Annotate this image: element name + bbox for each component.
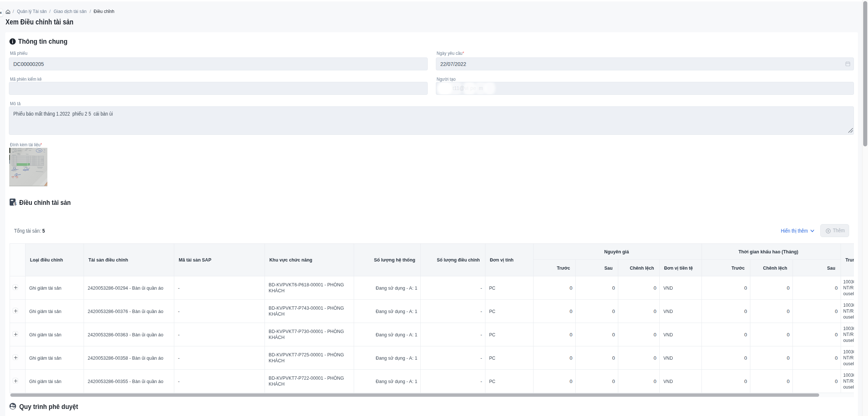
svg-text:$: $ — [14, 202, 17, 206]
